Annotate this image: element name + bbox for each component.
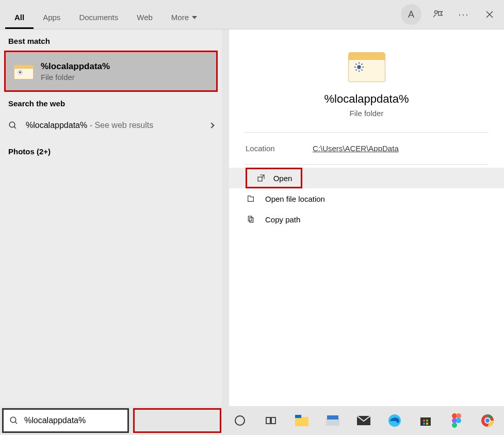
tab-label: Apps (43, 13, 60, 22)
chevron-down-icon (192, 16, 197, 19)
svg-rect-13 (326, 418, 339, 426)
copy-icon (246, 215, 256, 223)
preview-subtitle: File folder (350, 109, 384, 118)
top-tab-bar: All Apps Documents Web More A ··· (0, 0, 504, 29)
svg-point-7 (10, 417, 16, 423)
store-icon[interactable] (417, 412, 434, 429)
tab-label: Documents (79, 13, 118, 22)
svg-point-8 (235, 416, 245, 425)
action-open[interactable]: Open (246, 168, 302, 188)
chevron-right-icon (208, 122, 214, 128)
tab-label: All (14, 13, 24, 22)
open-icon (256, 174, 266, 182)
svg-rect-11 (295, 417, 308, 426)
svg-rect-21 (426, 423, 428, 425)
svg-point-0 (435, 11, 438, 14)
svg-rect-19 (426, 420, 428, 422)
best-match-subtitle: File folder (41, 73, 110, 82)
web-query: %localappdata% (26, 121, 87, 130)
svg-rect-20 (423, 423, 425, 425)
action-copy-path[interactable]: Copy path (229, 209, 504, 230)
mail-icon[interactable] (355, 412, 372, 429)
task-view-icon[interactable] (263, 412, 279, 429)
ellipsis-icon: ··· (458, 9, 469, 20)
results-list-pane: Best match %localappdata% File folder Se… (0, 29, 222, 406)
photos-heading[interactable]: Photos (2+) (0, 138, 222, 165)
folder-icon (14, 63, 34, 79)
results-body: Best match %localappdata% File folder Se… (0, 29, 504, 406)
location-label: Location (246, 144, 313, 153)
pane-divider (222, 29, 229, 406)
svg-point-25 (456, 418, 461, 423)
divider (245, 164, 489, 165)
web-result-text: %localappdata% - See web results (26, 121, 209, 130)
edge-icon[interactable] (386, 412, 403, 429)
svg-rect-18 (423, 420, 425, 422)
top-right-controls: A ··· (401, 4, 499, 25)
tab-label: Web (137, 13, 153, 22)
svg-rect-14 (327, 415, 338, 420)
feedback-icon[interactable] (429, 5, 447, 24)
search-input[interactable] (24, 416, 127, 425)
svg-rect-5 (248, 216, 252, 221)
tab-apps[interactable]: Apps (34, 5, 70, 29)
svg-rect-17 (420, 417, 431, 426)
svg-rect-6 (250, 218, 253, 222)
action-label: Copy path (265, 215, 300, 224)
search-box[interactable] (2, 408, 129, 433)
tab-all[interactable]: All (5, 5, 34, 29)
tab-web[interactable]: Web (127, 5, 162, 29)
folder-icon (348, 49, 385, 82)
preview-title: %localappdata% (324, 92, 409, 106)
svg-point-3 (357, 65, 361, 69)
options-icon[interactable]: ··· (454, 5, 473, 24)
location-folder-icon (246, 195, 256, 203)
search-web-heading: Search the web (0, 92, 222, 113)
tab-label: More (171, 13, 189, 22)
search-value-highlight (133, 408, 221, 433)
figma-icon[interactable] (448, 412, 465, 429)
location-path-link[interactable]: C:\Users\ACER\AppData (313, 144, 399, 153)
web-suffix: - See web results (87, 121, 153, 130)
svg-point-23 (456, 413, 461, 418)
tab-more[interactable]: More (162, 5, 206, 29)
best-match-heading: Best match (0, 29, 222, 51)
svg-point-1 (19, 71, 21, 73)
best-match-text: %localappdata% File folder (41, 61, 110, 82)
taskbar (223, 406, 504, 435)
action-open-file-location[interactable]: Open file location (229, 188, 504, 209)
svg-rect-9 (266, 417, 270, 424)
svg-point-26 (452, 423, 457, 428)
close-icon[interactable] (480, 5, 499, 24)
preview-pane: %localappdata% File folder Location C:\U… (229, 29, 504, 406)
file-explorer-icon[interactable] (294, 412, 310, 429)
filter-tabs: All Apps Documents Web More (5, 0, 206, 29)
tab-documents[interactable]: Documents (70, 5, 127, 29)
location-row: Location C:\Users\ACER\AppData (229, 133, 504, 164)
best-match-result[interactable]: %localappdata% File folder (4, 51, 218, 92)
svg-rect-12 (295, 415, 301, 418)
bottom-bar (0, 406, 504, 435)
search-icon (4, 416, 24, 425)
list-spacer (0, 165, 222, 406)
avatar-initial: A (408, 9, 414, 20)
web-search-result[interactable]: %localappdata% - See web results (0, 113, 222, 138)
svg-point-29 (485, 418, 490, 423)
svg-rect-10 (271, 417, 275, 424)
svg-point-2 (9, 122, 15, 127)
search-icon (8, 121, 18, 130)
action-label: Open (273, 174, 292, 183)
action-list: Open Open file location Copy path (229, 168, 504, 230)
preview-header: %localappdata% File folder (229, 29, 504, 132)
cortana-icon[interactable] (232, 412, 248, 429)
chrome-icon[interactable] (479, 412, 496, 429)
action-label: Open file location (265, 195, 325, 203)
keyboard-icon[interactable] (324, 412, 341, 429)
best-match-title: %localappdata% (41, 61, 110, 72)
user-avatar[interactable]: A (401, 4, 421, 25)
